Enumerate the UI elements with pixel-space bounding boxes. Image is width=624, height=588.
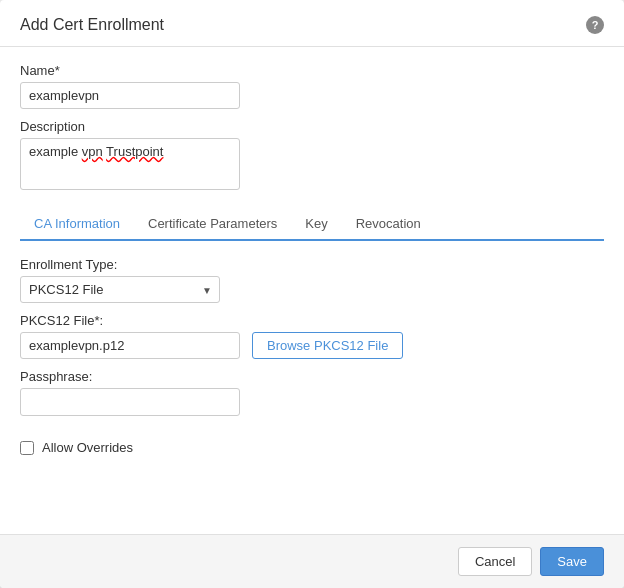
passphrase-row: Passphrase: bbox=[20, 369, 604, 416]
add-cert-enrollment-dialog: Add Cert Enrollment ? Name* Description … bbox=[0, 0, 624, 588]
pkcs12-file-row: PKCS12 File*: Browse PKCS12 File bbox=[20, 313, 604, 359]
pkcs12-file-input[interactable] bbox=[20, 332, 240, 359]
tab-certificate-parameters[interactable]: Certificate Parameters bbox=[134, 208, 291, 241]
passphrase-label: Passphrase: bbox=[20, 369, 604, 384]
dialog-title: Add Cert Enrollment bbox=[20, 16, 164, 34]
cancel-button[interactable]: Cancel bbox=[458, 547, 532, 576]
dialog-header: Add Cert Enrollment ? bbox=[0, 0, 624, 47]
tab-ca-information[interactable]: CA Information bbox=[20, 208, 134, 241]
passphrase-input[interactable] bbox=[20, 388, 240, 416]
enrollment-type-select[interactable]: PKCS12 File SCEP Manual bbox=[20, 276, 220, 303]
description-field-group: Description example vpn Trustpoint bbox=[20, 119, 604, 190]
pkcs12-input-row: Browse PKCS12 File bbox=[20, 332, 604, 359]
help-icon[interactable]: ? bbox=[586, 16, 604, 34]
tabs-container: CA Information Certificate Parameters Ke… bbox=[20, 208, 604, 241]
enrollment-type-label: Enrollment Type: bbox=[20, 257, 604, 272]
allow-overrides-row: Allow Overrides bbox=[20, 440, 604, 455]
vpn-spellcheck: vpn bbox=[82, 144, 103, 159]
browse-pkcs12-button[interactable]: Browse PKCS12 File bbox=[252, 332, 403, 359]
dialog-footer: Cancel Save bbox=[0, 534, 624, 588]
allow-overrides-label: Allow Overrides bbox=[42, 440, 133, 455]
name-label: Name* bbox=[20, 63, 604, 78]
allow-overrides-checkbox[interactable] bbox=[20, 441, 34, 455]
name-field-group: Name* bbox=[20, 63, 604, 109]
enrollment-type-row: Enrollment Type: PKCS12 File SCEP Manual… bbox=[20, 257, 604, 303]
enrollment-type-select-wrapper: PKCS12 File SCEP Manual ▼ bbox=[20, 276, 220, 303]
tab-key[interactable]: Key bbox=[291, 208, 341, 241]
save-button[interactable]: Save bbox=[540, 547, 604, 576]
description-input[interactable]: example vpn Trustpoint bbox=[20, 138, 240, 190]
tab-content-ca-information: Enrollment Type: PKCS12 File SCEP Manual… bbox=[20, 257, 604, 518]
trustpoint-spellcheck: Trustpoint bbox=[106, 144, 163, 159]
name-input[interactable] bbox=[20, 82, 240, 109]
tab-revocation[interactable]: Revocation bbox=[342, 208, 435, 241]
pkcs12-file-label: PKCS12 File*: bbox=[20, 313, 604, 328]
dialog-body: Name* Description example vpn Trustpoint… bbox=[0, 47, 624, 534]
description-label: Description bbox=[20, 119, 604, 134]
